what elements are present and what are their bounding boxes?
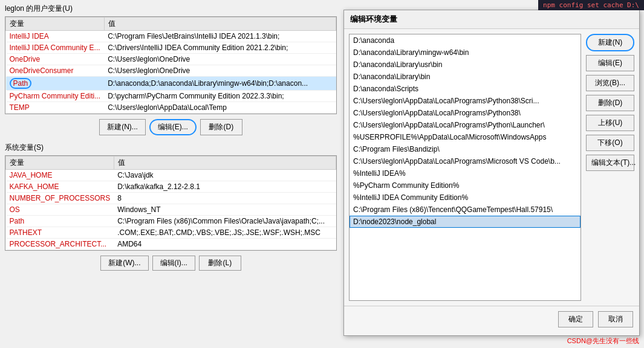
user-col-var: 变量 (6, 18, 105, 31)
user-var-name-1[interactable]: IntelliJ IDEA Community E... (6, 42, 105, 54)
sys-new-button[interactable]: 新建(W)... (100, 256, 148, 271)
path-edit-input[interactable] (353, 218, 577, 226)
sys-edit-button[interactable]: 编辑(I)... (152, 256, 195, 271)
path-item-9[interactable]: C:\Program Files\Bandizip\ (350, 143, 581, 155)
dialog-action-buttons: 新建(N) 编辑(E) 浏览(B)... 删除(D) 上移(U) 下移(O) 编… (586, 34, 634, 301)
user-var-name-2[interactable]: OneDrive (6, 54, 105, 65)
dialog-edit-button[interactable]: 编辑(E) (586, 55, 634, 71)
sys-var-name-5[interactable]: PATHEXT (6, 227, 114, 239)
path-item-2[interactable]: D:\anaconda\Library\usr\bin (350, 59, 581, 71)
user-var-name-0[interactable]: IntelliJ IDEA (6, 31, 105, 42)
path-item-14[interactable]: C:\Program Files (x86)\Tencent\QQGameTem… (350, 204, 581, 216)
dialog-title: 编辑环境变量 (344, 10, 639, 29)
sys-var-name-6[interactable]: PROCESSOR_ARCHITECT... (6, 239, 114, 250)
system-vars-title: 系统变量(S) (5, 143, 337, 153)
sys-vars-buttons: 新建(W)... 编辑(I)... 删除(L) (0, 251, 342, 276)
path-item-7[interactable]: C:\Users\leglon\AppData\Local\Programs\P… (350, 119, 581, 131)
user-var-name-3[interactable]: OneDriveConsumer (6, 65, 105, 77)
sys-var-name-3[interactable]: OS (6, 204, 114, 216)
dialog-footer: 确定 取消 (344, 306, 639, 332)
sys-var-value-4[interactable]: C:\Program Files (x86)\Common Files\Orac… (114, 216, 336, 227)
dialog-body: D:\anacondaD:\anaconda\Library\mingw-w64… (344, 29, 639, 306)
sys-col-val: 值 (114, 156, 336, 170)
path-list[interactable]: D:\anacondaD:\anaconda\Library\mingw-w64… (349, 34, 581, 301)
user-edit-button[interactable]: 编辑(E)... (149, 119, 197, 135)
dialog-cancel-button[interactable]: 取消 (598, 311, 633, 327)
user-var-value-3[interactable]: C:\Users\leglon\OneDrive (104, 65, 336, 77)
sys-var-name-4[interactable]: Path (6, 216, 114, 227)
system-vars-table-container: 变量 值 JAVA_HOMEC:\Java\jdkKAFKA_HOMED:\ka… (5, 155, 337, 251)
sys-var-value-0[interactable]: C:\Java\jdk (114, 170, 336, 181)
dialog-browse-button[interactable]: 浏览(B)... (586, 75, 634, 91)
sys-var-value-6[interactable]: AMD64 (114, 239, 336, 250)
user-vars-buttons: 新建(N)... 编辑(E)... 删除(D) (0, 114, 342, 140)
path-item-11[interactable]: %IntelliJ IDEA% (350, 167, 581, 179)
path-item-3[interactable]: D:\anaconda\Library\bin (350, 71, 581, 83)
path-item-1[interactable]: D:\anaconda\Library\mingw-w64\bin (350, 47, 581, 59)
dialog-move-down-button[interactable]: 下移(O) (586, 135, 634, 151)
sys-var-value-3[interactable]: Windows_NT (114, 204, 336, 216)
user-vars-table: 变量 值 IntelliJ IDEAC:\Program Files\JetBr… (5, 17, 336, 114)
user-vars-table-container: 变量 值 IntelliJ IDEAC:\Program Files\JetBr… (5, 16, 337, 114)
user-var-value-4[interactable]: D:\anaconda;D:\anaconda\Library\mingw-w6… (104, 77, 336, 91)
dialog-delete-button[interactable]: 删除(D) (586, 95, 634, 111)
path-item-4[interactable]: D:\anaconda\Scripts (350, 83, 581, 95)
path-item-10[interactable]: C:\Users\leglon\AppData\Local\Programs\M… (350, 155, 581, 167)
user-col-val: 值 (104, 18, 336, 31)
user-delete-button[interactable]: 删除(D) (200, 119, 242, 135)
edit-dialog: 编辑环境变量 D:\anacondaD:\anaconda\Library\mi… (343, 10, 640, 336)
sys-var-value-5[interactable]: .COM;.EXE;.BAT;.CMD;.VBS;.VBE;.JS;.JSE;.… (114, 227, 336, 239)
sys-var-name-0[interactable]: JAVA_HOME (6, 170, 114, 181)
user-var-name-4[interactable]: Path (6, 77, 105, 91)
sys-var-name-1[interactable]: KAFKA_HOME (6, 181, 114, 193)
user-new-button[interactable]: 新建(N)... (99, 119, 146, 135)
dialog-new-button[interactable]: 新建(N) (586, 34, 634, 51)
system-vars-table: 变量 值 JAVA_HOMEC:\Java\jdkKAFKA_HOMED:\ka… (5, 156, 336, 250)
csdn-watermark: CSDN@先生没有一些线 (567, 337, 639, 346)
path-item-12[interactable]: %PyCharm Community Edition% (350, 179, 581, 192)
user-var-value-6[interactable]: C:\Users\leglon\AppData\Local\Temp (104, 102, 336, 114)
sys-delete-button[interactable]: 删除(L) (199, 256, 241, 271)
user-var-value-1[interactable]: C:\Drivers\IntelliJ IDEA Community Editi… (104, 42, 336, 54)
path-item-editing[interactable] (350, 216, 581, 228)
left-panel: leglon 的用户变量(U) 变量 值 IntelliJ IDEAC:\Pro… (0, 0, 342, 348)
dialog-move-up-button[interactable]: 上移(U) (586, 115, 634, 131)
user-var-value-2[interactable]: C:\Users\leglon\OneDrive (104, 54, 336, 65)
path-item-8[interactable]: %USERPROFILE%\AppData\Local\Microsoft\Wi… (350, 131, 581, 143)
path-item-6[interactable]: C:\Users\leglon\AppData\Local\Programs\P… (350, 107, 581, 119)
user-var-name-6[interactable]: TEMP (6, 102, 105, 114)
user-var-value-0[interactable]: C:\Program Files\JetBrains\IntelliJ IDEA… (104, 31, 336, 42)
user-vars-title: leglon 的用户变量(U) (0, 0, 342, 16)
sys-var-name-2[interactable]: NUMBER_OF_PROCESSORS (6, 193, 114, 204)
dialog-edit-text-button[interactable]: 编辑文本(T)... (586, 155, 634, 171)
sys-var-value-1[interactable]: D:\kafka\kafka_2.12-2.8.1 (114, 181, 336, 193)
npm-snippet: npm config set cache D:\ (538, 0, 644, 10)
path-item-13[interactable]: %IntelliJ IDEA Community Edition% (350, 192, 581, 204)
user-var-value-5[interactable]: D:\pycharm\PyCharm Community Edition 202… (104, 91, 336, 102)
path-item-5[interactable]: C:\Users\leglon\AppData\Local\Programs\P… (350, 95, 581, 107)
dialog-ok-button[interactable]: 确定 (558, 311, 593, 327)
path-item-0[interactable]: D:\anaconda (350, 34, 581, 47)
sys-var-value-2[interactable]: 8 (114, 193, 336, 204)
sys-col-var: 变量 (6, 156, 114, 170)
user-var-name-5[interactable]: PyCharm Community Editi... (6, 91, 105, 102)
